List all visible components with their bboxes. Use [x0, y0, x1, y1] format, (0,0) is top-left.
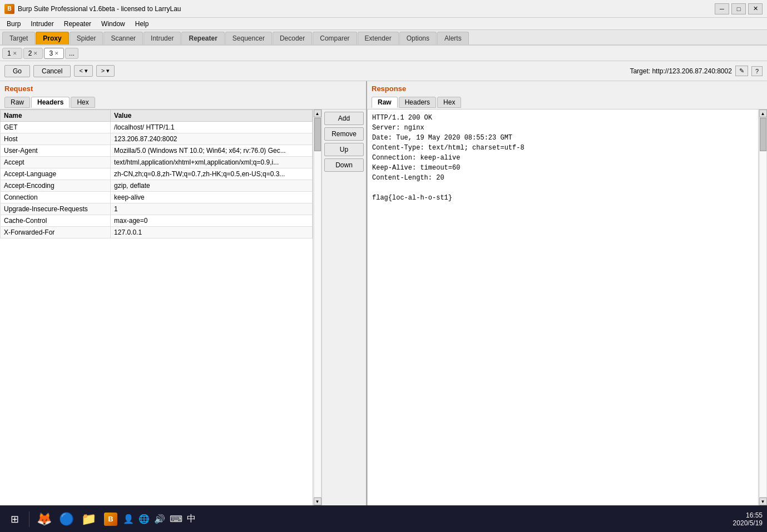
repeater-tab-2[interactable]: 2 ✕ — [23, 48, 43, 59]
header-value-cell: gzip, deflate — [111, 180, 313, 192]
response-scroll-thumb[interactable] — [760, 118, 766, 151]
title-bar: B Burp Suite Professional v1.6beta - lic… — [0, 0, 767, 18]
tab-options[interactable]: Options — [399, 32, 437, 44]
table-row[interactable]: Host123.206.87.240:8002 — [1, 133, 313, 145]
tab-sequencer[interactable]: Sequencer — [225, 32, 272, 44]
menu-burp[interactable]: Burp — [2, 19, 25, 29]
add-button[interactable]: Add — [324, 112, 364, 125]
burp-taskbar-icon: B — [104, 513, 117, 526]
response-content-area: HTTP/1.1 200 OK Server: nginx Date: Tue,… — [367, 110, 767, 505]
taskbar-burp[interactable]: B — [101, 509, 121, 529]
scroll-track[interactable] — [314, 117, 321, 498]
menu-help[interactable]: Help — [131, 19, 154, 29]
taskbar-files[interactable]: 📁 — [78, 509, 98, 529]
header-name-cell: X-Forwarded-For — [1, 227, 111, 238]
cancel-button[interactable]: Cancel — [33, 65, 71, 77]
close-button[interactable]: ✕ — [748, 3, 763, 14]
table-row[interactable]: Accept-Encodinggzip, deflate — [1, 180, 313, 192]
response-scroll-down[interactable]: ▼ — [759, 498, 767, 505]
tab-alerts[interactable]: Alerts — [437, 32, 469, 44]
down-button[interactable]: Down — [324, 158, 364, 172]
response-scroll-track[interactable] — [759, 117, 767, 498]
response-title: Response — [367, 81, 767, 95]
request-tab-hex[interactable]: Hex — [71, 97, 95, 108]
repeater-tab-bar: 1 ✕ 2 ✕ 3 ✕ ... — [0, 46, 767, 61]
tab-extender[interactable]: Extender — [358, 32, 399, 44]
up-button[interactable]: Up — [324, 143, 364, 156]
table-row[interactable]: Cache-Controlmax-age=0 — [1, 215, 313, 227]
header-name-cell: Connection — [1, 192, 111, 203]
sys-icon-input: 中 — [187, 513, 196, 525]
window-controls: ─ □ ✕ — [715, 3, 763, 14]
go-button[interactable]: Go — [4, 65, 30, 77]
main-tab-bar: Target Proxy Spider Scanner Intruder Rep… — [0, 30, 767, 46]
tab-proxy[interactable]: Proxy — [36, 32, 68, 44]
taskbar-start[interactable]: ⊞ — [4, 509, 24, 529]
table-row[interactable]: GET/localhost/ HTTP/1.1 — [1, 122, 313, 133]
tab-comparer[interactable]: Comparer — [313, 32, 357, 44]
headers-table-container: Name Value GET/localhost/ HTTP/1.1Host12… — [0, 110, 366, 505]
target-help-button[interactable]: ? — [751, 66, 763, 76]
col-header-value: Value — [111, 110, 313, 122]
repeater-tab-1-label: 1 — [7, 49, 11, 57]
request-pane: Request Raw Headers Hex Name Value GET/l… — [0, 81, 367, 505]
menu-window[interactable]: Window — [97, 19, 130, 29]
remove-button[interactable]: Remove — [324, 127, 364, 141]
response-tab-raw[interactable]: Raw — [372, 97, 398, 108]
repeater-tab-1[interactable]: 1 ✕ — [2, 48, 22, 59]
response-tab-headers[interactable]: Headers — [399, 97, 436, 108]
taskbar-firefox[interactable]: 🦊 — [34, 509, 54, 529]
repeater-tab-1-close[interactable]: ✕ — [13, 51, 17, 56]
tab-decoder[interactable]: Decoder — [273, 32, 312, 44]
request-title: Request — [0, 81, 366, 95]
response-scrollbar[interactable]: ▲ ▼ — [758, 110, 767, 505]
repeater-tab-more[interactable]: ... — [65, 48, 78, 59]
maximize-button[interactable]: □ — [731, 3, 746, 14]
repeater-tab-3-close[interactable]: ✕ — [55, 51, 59, 56]
scroll-up-arrow[interactable]: ▲ — [314, 110, 321, 117]
prev-button[interactable]: < ▾ — [74, 65, 92, 77]
tab-spider[interactable]: Spider — [70, 32, 103, 44]
tab-target[interactable]: Target — [2, 32, 35, 44]
table-row[interactable]: Connectionkeep-alive — [1, 192, 313, 203]
scroll-down-arrow[interactable]: ▼ — [314, 498, 321, 505]
table-row[interactable]: X-Forwarded-For127.0.0.1 — [1, 227, 313, 238]
chrome-icon: 🔵 — [59, 512, 74, 526]
tab-repeater[interactable]: Repeater — [181, 32, 224, 44]
request-headers-table: Name Value GET/localhost/ HTTP/1.1Host12… — [0, 110, 313, 238]
sys-icon-keyboard: ⌨ — [170, 514, 182, 524]
header-name-cell: Host — [1, 133, 111, 145]
tab-intruder[interactable]: Intruder — [143, 32, 181, 44]
app-icon: B — [4, 4, 14, 14]
table-row[interactable]: Upgrade-Insecure-Requests1 — [1, 203, 313, 215]
request-tab-bar: Raw Headers Hex — [0, 95, 366, 110]
header-value-cell: keep-alive — [111, 192, 313, 203]
table-row[interactable]: User-AgentMozilla/5.0 (Windows NT 10.0; … — [1, 145, 313, 157]
response-tab-hex[interactable]: Hex — [437, 97, 461, 108]
tab-scanner[interactable]: Scanner — [103, 32, 143, 44]
response-scroll-up[interactable]: ▲ — [759, 110, 767, 117]
scroll-thumb[interactable] — [314, 118, 321, 151]
repeater-tab-3[interactable]: 3 ✕ — [44, 48, 64, 59]
repeater-tab-2-close[interactable]: ✕ — [33, 51, 38, 56]
header-value-cell: max-age=0 — [111, 215, 313, 227]
request-scrollbar[interactable]: ▲ ▼ — [313, 110, 321, 505]
minimize-button[interactable]: ─ — [715, 3, 729, 14]
table-row[interactable]: Accept-Languagezh-CN,zh;q=0.8,zh-TW;q=0.… — [1, 168, 313, 180]
menu-repeater[interactable]: Repeater — [60, 19, 96, 29]
request-tab-raw[interactable]: Raw — [4, 97, 30, 108]
title-text: Burp Suite Professional v1.6beta - licen… — [18, 5, 181, 13]
header-value-cell: Mozilla/5.0 (Windows NT 10.0; Win64; x64… — [111, 145, 313, 157]
action-buttons: Add Remove Up Down — [321, 110, 366, 505]
request-tab-headers[interactable]: Headers — [31, 97, 70, 108]
taskbar-clock: 16:55 2020/5/19 — [733, 511, 763, 527]
files-icon: 📁 — [81, 512, 96, 526]
taskbar-chrome[interactable]: 🔵 — [56, 509, 76, 529]
target-edit-button[interactable]: ✎ — [735, 66, 748, 76]
main-content: Request Raw Headers Hex Name Value GET/l… — [0, 81, 767, 505]
table-row[interactable]: Accepttext/html,application/xhtml+xml,ap… — [1, 157, 313, 168]
header-name-cell: GET — [1, 122, 111, 133]
menu-intruder[interactable]: Intruder — [26, 19, 58, 29]
next-button[interactable]: > ▾ — [96, 65, 115, 77]
headers-table: Name Value GET/localhost/ HTTP/1.1Host12… — [0, 110, 313, 505]
